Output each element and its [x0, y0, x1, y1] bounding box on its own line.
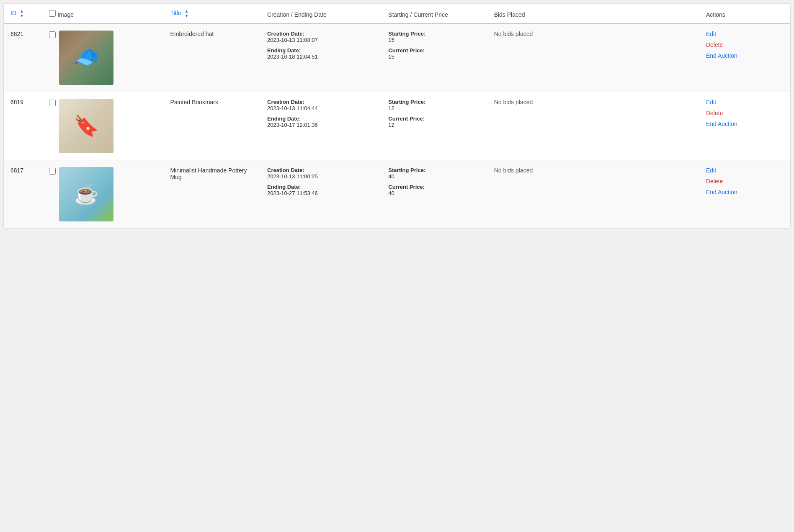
cell-image — [42, 160, 163, 229]
product-image-mug — [59, 167, 113, 221]
table-row: 6817Minimalist Handmade Pottery Mug Crea… — [4, 160, 790, 229]
auctions-table: ID ▲ ▼ Image Title ▲ ▼ — [4, 4, 790, 228]
end-auction-button[interactable]: End Auction — [706, 52, 737, 59]
ending-date-label: Ending Date: — [267, 47, 375, 54]
id-sort-arrows: ▲ ▼ — [20, 9, 24, 18]
col-header-title[interactable]: Title ▲ ▼ — [164, 4, 260, 23]
select-all-checkbox[interactable] — [49, 10, 56, 17]
starting-price-label: Starting Price: — [388, 31, 480, 37]
auctions-table-wrapper: ID ▲ ▼ Image Title ▲ ▼ — [3, 3, 791, 229]
current-price-value: 12 — [388, 122, 480, 128]
cell-id: 6821 — [4, 23, 42, 92]
table-row: 6819Painted Bookmark Creation Date: 2023… — [4, 92, 790, 160]
cell-title: Embroidered hat — [164, 23, 260, 92]
current-price-label: Current Price: — [388, 47, 480, 54]
cell-id: 6817 — [4, 160, 42, 229]
cell-dates: Creation Date: 2023-10-13 11:08:07 Endin… — [260, 23, 382, 92]
edit-button[interactable]: Edit — [706, 99, 716, 105]
title-sort-arrows: ▲ ▼ — [184, 9, 188, 18]
cell-title: Painted Bookmark — [164, 92, 260, 160]
col-header-actions: Actions — [699, 4, 790, 23]
product-image-hat — [59, 31, 113, 85]
current-price-label: Current Price: — [388, 184, 480, 190]
row-checkbox[interactable] — [49, 168, 56, 175]
cell-bids: No bids placed — [487, 160, 699, 229]
creation-date-value: 2023-10-13 11:08:07 — [267, 37, 375, 43]
creation-date-label: Creation Date: — [267, 31, 375, 37]
image-col-label: Image — [57, 11, 74, 18]
delete-button[interactable]: Delete — [706, 110, 723, 116]
col-header-bids: Bids Placed — [487, 4, 699, 23]
cell-actions: EditDeleteEnd Auction — [699, 92, 790, 160]
starting-price-value: 40 — [388, 173, 480, 180]
ending-date-value: 2023-10-27 11:53:46 — [267, 190, 375, 196]
cell-price: Starting Price: 40 Current Price: 40 — [382, 160, 487, 229]
edit-button[interactable]: Edit — [706, 31, 716, 37]
cell-image — [42, 92, 163, 160]
edit-button[interactable]: Edit — [706, 167, 716, 174]
cell-title: Minimalist Handmade Pottery Mug — [164, 160, 260, 229]
cell-actions: EditDeleteEnd Auction — [699, 160, 790, 229]
table-header-row: ID ▲ ▼ Image Title ▲ ▼ — [4, 4, 790, 23]
cell-actions: EditDeleteEnd Auction — [699, 23, 790, 92]
table-row: 6821Embroidered hat Creation Date: 2023-… — [4, 23, 790, 92]
table-body: 6821Embroidered hat Creation Date: 2023-… — [4, 23, 790, 228]
col-header-price: Starting / Current Price — [382, 4, 487, 23]
delete-button[interactable]: Delete — [706, 178, 723, 185]
starting-price-label: Starting Price: — [388, 167, 480, 173]
delete-button[interactable]: Delete — [706, 41, 723, 48]
current-price-value: 15 — [388, 54, 480, 60]
row-checkbox[interactable] — [49, 100, 56, 106]
starting-price-value: 12 — [388, 105, 480, 111]
col-header-dates: Creation / Ending Date — [260, 4, 382, 23]
col-header-image: Image — [42, 4, 163, 23]
cell-id: 6819 — [4, 92, 42, 160]
cell-image — [42, 23, 163, 92]
end-auction-button[interactable]: End Auction — [706, 121, 737, 127]
creation-date-label: Creation Date: — [267, 99, 375, 105]
col-header-id[interactable]: ID ▲ ▼ — [4, 4, 42, 23]
ending-date-label: Ending Date: — [267, 116, 375, 122]
creation-date-value: 2023-10-13 11:04:44 — [267, 105, 375, 111]
cell-bids: No bids placed — [487, 23, 699, 92]
cell-dates: Creation Date: 2023-10-13 11:00:25 Endin… — [260, 160, 382, 229]
ending-date-value: 2023-10-17 12:01:36 — [267, 122, 375, 128]
product-image-bookmark — [59, 99, 113, 153]
cell-price: Starting Price: 12 Current Price: 12 — [382, 92, 487, 160]
current-price-label: Current Price: — [388, 116, 480, 122]
cell-price: Starting Price: 15 Current Price: 15 — [382, 23, 487, 92]
row-checkbox[interactable] — [49, 31, 56, 38]
starting-price-value: 15 — [388, 37, 480, 43]
cell-bids: No bids placed — [487, 92, 699, 160]
end-auction-button[interactable]: End Auction — [706, 189, 737, 195]
creation-date-value: 2023-10-13 11:00:25 — [267, 173, 375, 180]
current-price-value: 40 — [388, 190, 480, 196]
starting-price-label: Starting Price: — [388, 99, 480, 105]
ending-date-value: 2023-10-18 12:04:51 — [267, 54, 375, 60]
creation-date-label: Creation Date: — [267, 167, 375, 173]
cell-dates: Creation Date: 2023-10-13 11:04:44 Endin… — [260, 92, 382, 160]
ending-date-label: Ending Date: — [267, 184, 375, 190]
